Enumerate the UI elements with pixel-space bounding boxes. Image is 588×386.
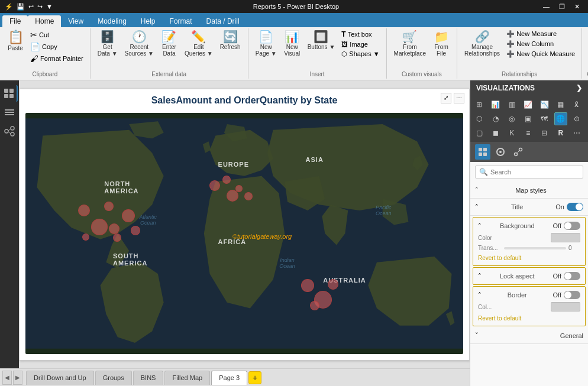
manage-relationships-button[interactable]: 🔗 ManageRelationships xyxy=(462,30,502,58)
data-view-button[interactable] xyxy=(1,104,18,121)
nav-left-button[interactable]: ◀ xyxy=(2,371,12,385)
maximize-btn[interactable]: ❐ xyxy=(555,3,568,11)
tab-filled-map[interactable]: Filled Map xyxy=(164,371,210,385)
viz-icon-more[interactable]: ⋯ xyxy=(570,126,583,140)
viz-icon-filled-map[interactable]: 🌐 xyxy=(554,112,567,125)
undo-btn[interactable]: ↩ xyxy=(28,3,34,11)
viz-icon-area[interactable]: 📉 xyxy=(538,98,551,111)
expand-panel-button[interactable]: ❯ xyxy=(576,84,582,92)
cut-button[interactable]: ✂Cut xyxy=(28,30,85,40)
left-sidebar xyxy=(0,80,19,368)
search-box[interactable]: 🔍 xyxy=(475,166,583,179)
viz-icon-combo[interactable]: ▦ xyxy=(554,98,567,111)
viz-icon-multirow-card[interactable]: ◼ xyxy=(489,126,502,140)
text-box-button[interactable]: T Text box xyxy=(340,30,381,39)
viz-icon-card[interactable]: ▢ xyxy=(473,126,486,140)
format-section-button[interactable] xyxy=(493,144,508,160)
paste-button[interactable]: 📋 Paste xyxy=(5,30,26,53)
viz-icon-matrix[interactable]: ⊟ xyxy=(538,126,551,140)
copy-button[interactable]: 📄Copy xyxy=(28,41,85,52)
lock-aspect-toggle-switch[interactable]: Off xyxy=(553,272,580,280)
map-styles-header[interactable]: ˄ Map styles xyxy=(475,184,583,196)
relationship-view-button[interactable] xyxy=(1,123,18,140)
viz-icon-ribbon[interactable]: 🎗 xyxy=(570,98,583,111)
viz-icon-kpi[interactable]: K xyxy=(505,126,518,140)
bubble-na-1 xyxy=(78,205,90,216)
image-button[interactable]: 🖼 Image xyxy=(340,40,381,48)
shapes-button[interactable]: ⬡ Shapes ▼ xyxy=(340,50,381,59)
add-page-button[interactable]: + xyxy=(248,371,261,384)
border-revert-link[interactable]: Revert to default xyxy=(478,314,521,323)
border-color-swatch[interactable] xyxy=(551,302,580,312)
viz-icon-bar[interactable]: 📊 xyxy=(489,98,502,111)
tab-home[interactable]: Home xyxy=(28,15,61,27)
viz-icon-stacked-bar[interactable]: ▥ xyxy=(505,98,518,111)
tab-help[interactable]: Help xyxy=(134,15,163,27)
border-toggle-switch[interactable]: Off xyxy=(553,291,580,299)
new-page-button[interactable]: 📄 NewPage ▼ xyxy=(253,30,279,58)
svg-rect-5 xyxy=(5,112,14,113)
data-view-icon xyxy=(4,107,15,118)
viz-icon-map[interactable]: 🗺 xyxy=(538,112,551,125)
tab-view[interactable]: View xyxy=(61,15,91,27)
svg-point-18 xyxy=(499,151,502,153)
general-header[interactable]: ˅ General xyxy=(475,330,583,341)
background-toggle-switch[interactable]: Off xyxy=(553,222,580,230)
transparency-track[interactable] xyxy=(504,247,566,249)
more-options-button[interactable]: ⋯ xyxy=(454,93,464,103)
analytics-section-button[interactable] xyxy=(511,144,526,160)
tab-groups[interactable]: Groups xyxy=(95,371,132,385)
buttons-button[interactable]: 🔲 Buttons ▼ xyxy=(305,30,338,51)
tab-modeling[interactable]: Modeling xyxy=(91,15,134,27)
from-marketplace-button[interactable]: 🛒 FromMarketplace xyxy=(392,30,428,58)
format-icon xyxy=(495,147,506,157)
background-toggle[interactable] xyxy=(564,222,580,230)
quick-save[interactable]: 💾 xyxy=(17,3,25,11)
tab-data-drill[interactable]: Data / Drill xyxy=(199,15,247,27)
new-column-button[interactable]: ➕ New Column xyxy=(505,40,577,48)
tab-format[interactable]: Format xyxy=(163,15,199,27)
viz-icon-scatter[interactable]: ⬡ xyxy=(473,112,486,125)
viz-icon-line[interactable]: 📈 xyxy=(522,98,535,111)
enter-data-button[interactable]: 📝 EnterData xyxy=(159,30,180,58)
fields-section-button[interactable] xyxy=(475,144,490,160)
recent-sources-button[interactable]: 🕐 RecentSources ▼ xyxy=(122,30,156,58)
report-view-button[interactable] xyxy=(1,85,18,102)
title-toggle[interactable] xyxy=(567,203,583,211)
refresh-button[interactable]: 🔄 Refresh xyxy=(218,30,243,51)
border-toggle[interactable] xyxy=(564,291,580,299)
search-input[interactable] xyxy=(490,168,579,176)
viz-icon-r[interactable]: R xyxy=(554,126,567,140)
bubble-na-7 xyxy=(82,233,89,241)
tab-page-3[interactable]: Page 3 xyxy=(211,371,247,385)
lock-aspect-toggle[interactable] xyxy=(564,272,580,280)
tab-bins[interactable]: BINS xyxy=(133,371,164,385)
get-data-button[interactable]: 🗄️ GetData ▼ xyxy=(95,30,120,58)
redo-btn[interactable]: ↪ xyxy=(37,3,43,11)
viz-icon-gauge[interactable]: ⊙ xyxy=(570,112,583,125)
viz-icon-table[interactable]: ⊞ xyxy=(473,98,486,111)
viz-icon-donut[interactable]: ◎ xyxy=(505,112,518,125)
lock-aspect-toggle-row: ˄ Lock aspect Off xyxy=(478,270,580,282)
lock-aspect-toggle-thumb xyxy=(564,273,571,280)
new-quick-measure-button[interactable]: ➕ New Quick Measure xyxy=(505,50,577,59)
close-btn[interactable]: ✕ xyxy=(571,3,583,11)
tab-file[interactable]: File xyxy=(2,15,28,27)
viz-icon-slicer[interactable]: ≡ xyxy=(522,126,535,140)
focus-mode-button[interactable]: ⤢ xyxy=(441,93,451,103)
new-visual-button[interactable]: 📊 NewVisual xyxy=(282,30,303,58)
background-transparency-row: Trans... 0 xyxy=(478,244,580,252)
nav-right-button[interactable]: ▶ xyxy=(13,371,22,385)
dropdown-arrow[interactable]: ▼ xyxy=(46,3,53,10)
edit-queries-button[interactable]: ✏️ EditQueries ▼ xyxy=(182,30,215,58)
title-toggle-switch[interactable]: On xyxy=(555,203,583,211)
background-revert-link[interactable]: Revert to default xyxy=(478,254,521,262)
viz-icon-treemap[interactable]: ▣ xyxy=(522,112,535,125)
tab-drill-down-and-up[interactable]: Drill Down and Up xyxy=(26,371,94,385)
new-measure-button[interactable]: ➕ New Measure xyxy=(505,30,577,38)
minimize-btn[interactable]: — xyxy=(539,3,553,11)
viz-icon-pie[interactable]: ◔ xyxy=(489,112,502,125)
background-color-swatch[interactable] xyxy=(551,233,580,242)
from-file-button[interactable]: 📁 FromFile xyxy=(431,30,452,58)
format-painter-button[interactable]: 🖌Format Painter xyxy=(28,53,85,64)
